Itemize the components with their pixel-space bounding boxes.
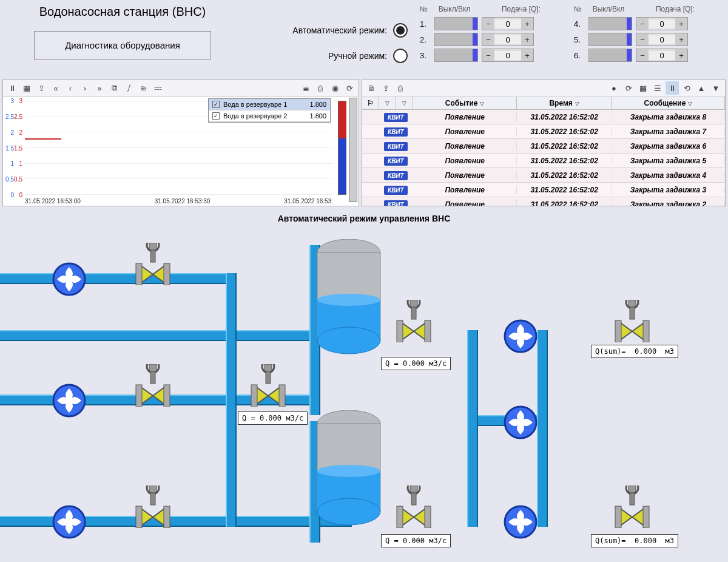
tank-1[interactable] xyxy=(315,239,382,354)
legend-item[interactable]: ✓Вода в резервуаре 21.800 xyxy=(209,110,330,122)
pump-toggle[interactable] xyxy=(434,17,478,30)
increment-button[interactable]: + xyxy=(521,49,533,61)
decrement-button[interactable]: − xyxy=(636,18,649,30)
event-row[interactable]: КВИТ Появление31.05.2022 16:52:02Закрыта… xyxy=(362,139,725,154)
event-row[interactable]: КВИТ Появление31.05.2022 16:52:02Закрыта… xyxy=(362,183,725,197)
evt-pause-icon[interactable]: ⏸ xyxy=(666,81,679,95)
evt-export-icon[interactable]: ⇪ xyxy=(379,81,393,95)
decrement-button[interactable]: − xyxy=(482,18,494,30)
pump-5[interactable] xyxy=(504,405,538,439)
valve-mid[interactable] xyxy=(249,364,288,407)
evt-col-filter1[interactable] xyxy=(379,97,396,109)
kvit-button[interactable]: КВИТ xyxy=(384,186,408,195)
valve-t2[interactable] xyxy=(394,486,433,528)
kvit-button[interactable]: КВИТ xyxy=(384,127,408,137)
evt-alert-icon[interactable]: ● xyxy=(607,81,621,95)
pump-flow-spinner[interactable]: − 0 + xyxy=(482,17,534,30)
pump-flow-spinner[interactable]: − 0 + xyxy=(482,33,534,46)
decrement-button[interactable]: − xyxy=(482,49,494,61)
valve-1[interactable] xyxy=(133,243,172,285)
kvit-button[interactable]: КВИТ xyxy=(384,157,408,166)
valve-2[interactable] xyxy=(133,364,172,407)
pump-2[interactable] xyxy=(52,384,86,418)
flow-value: 0 xyxy=(494,19,521,29)
pump-toggle[interactable] xyxy=(434,49,478,62)
chart-config-icon[interactable]: ⧉ xyxy=(107,81,121,95)
prev-icon[interactable]: ‹ xyxy=(64,81,77,95)
next-icon[interactable]: › xyxy=(78,81,92,95)
event-row[interactable]: КВИТ Появление31.05.2022 16:52:02Закрыта… xyxy=(362,124,725,139)
pump-flow-spinner[interactable]: − 0 + xyxy=(636,17,688,30)
evt-refresh-icon[interactable]: ⟳ xyxy=(622,81,635,95)
kvit-button[interactable]: КВИТ xyxy=(384,142,408,151)
kvit-button[interactable]: КВИТ xyxy=(384,113,408,122)
camera-icon[interactable]: ◉ xyxy=(328,81,342,95)
valve-t1[interactable] xyxy=(394,300,433,342)
manual-mode-label: Ручной режим: xyxy=(328,51,387,61)
auto-mode-radio[interactable] xyxy=(393,23,408,38)
evt-hdr-event[interactable]: Событие xyxy=(445,99,478,107)
evt-print-icon[interactable]: ⎙ xyxy=(394,81,407,95)
evt-doc-icon[interactable]: 🗎 xyxy=(365,81,378,95)
event-row[interactable]: КВИТ Появление31.05.2022 16:52:02Закрыта… xyxy=(362,197,725,206)
chart-off-icon[interactable]: ⧸ xyxy=(122,81,135,95)
evt-cal-icon[interactable]: ▦ xyxy=(636,81,650,95)
x-tick: 31.05.2022 16:53:00 xyxy=(25,198,81,205)
evt-up-icon[interactable]: ▲ xyxy=(695,81,708,95)
chart-scrollbar[interactable] xyxy=(349,98,357,202)
manual-mode-radio[interactable] xyxy=(393,49,408,63)
last-icon[interactable]: » xyxy=(93,81,106,95)
legend-item[interactable]: ✓Вода в резервуаре 11.800 xyxy=(209,99,330,110)
list-icon[interactable]: ≣ xyxy=(299,81,312,95)
export-icon[interactable]: ⇪ xyxy=(35,81,48,95)
pump-num: 3. xyxy=(420,51,431,60)
event-row[interactable]: КВИТ Появление31.05.2022 16:52:02Закрыта… xyxy=(362,168,725,183)
evt-down-icon[interactable]: ▼ xyxy=(709,81,723,95)
evt-note-icon[interactable]: ☰ xyxy=(651,81,664,95)
flow-value: 0 xyxy=(649,51,675,60)
auto-mode-label: Автоматический режим: xyxy=(292,25,387,35)
pipe xyxy=(537,330,548,527)
chart-b-icon[interactable]: ⩶ xyxy=(151,81,164,95)
kvit-button[interactable]: КВИТ xyxy=(384,200,408,206)
evt-col-filter2[interactable] xyxy=(396,97,413,109)
diagnostics-button[interactable]: Диагностика оборудования xyxy=(34,31,211,59)
valve-3[interactable] xyxy=(133,486,172,528)
refresh-icon[interactable]: ⟳ xyxy=(343,81,356,95)
kvit-button[interactable]: КВИТ xyxy=(384,171,408,180)
grid-icon[interactable]: ▦ xyxy=(20,81,33,95)
x-tick: 31.05.2022 16:53: xyxy=(284,198,333,205)
tank-2[interactable] xyxy=(315,410,382,526)
decrement-button[interactable]: − xyxy=(636,33,649,46)
pause-icon[interactable]: ⏸ xyxy=(5,81,19,95)
pump-toggle[interactable] xyxy=(588,49,632,62)
chart-a-icon[interactable]: ≋ xyxy=(136,81,150,95)
evt-hdr-time[interactable]: Время xyxy=(549,99,572,107)
increment-button[interactable]: + xyxy=(521,33,533,46)
pump-flow-spinner[interactable]: − 0 + xyxy=(636,33,688,46)
print-icon[interactable]: ⎙ xyxy=(314,81,327,95)
increment-button[interactable]: + xyxy=(521,18,533,30)
pump-6[interactable] xyxy=(504,505,538,539)
event-row[interactable]: КВИТ Появление31.05.2022 16:52:02Закрыта… xyxy=(362,110,725,124)
evt-col-flag1[interactable]: ⚐ xyxy=(362,97,379,109)
event-row[interactable]: КВИТ Появление31.05.2022 16:52:02Закрыта… xyxy=(362,154,725,168)
increment-button[interactable]: + xyxy=(675,33,687,46)
pump-toggle[interactable] xyxy=(588,33,632,46)
pump-1[interactable] xyxy=(52,262,86,296)
pump-toggle[interactable] xyxy=(588,17,632,30)
decrement-button[interactable]: − xyxy=(636,49,649,61)
first-icon[interactable]: « xyxy=(49,81,62,95)
increment-button[interactable]: + xyxy=(675,49,687,61)
decrement-button[interactable]: − xyxy=(482,33,494,46)
increment-button[interactable]: + xyxy=(675,18,687,30)
pump-flow-spinner[interactable]: − 0 + xyxy=(636,49,688,62)
evt-cycle-icon[interactable]: ⟲ xyxy=(680,81,693,95)
pump-flow-spinner[interactable]: − 0 + xyxy=(482,49,534,62)
evt-hdr-msg[interactable]: Сообщение xyxy=(644,99,686,107)
pump-toggle[interactable] xyxy=(434,33,478,46)
valve-out2[interactable] xyxy=(613,486,652,528)
pump-3[interactable] xyxy=(52,505,86,539)
pump-4[interactable] xyxy=(504,319,538,353)
valve-out1[interactable] xyxy=(613,300,652,342)
